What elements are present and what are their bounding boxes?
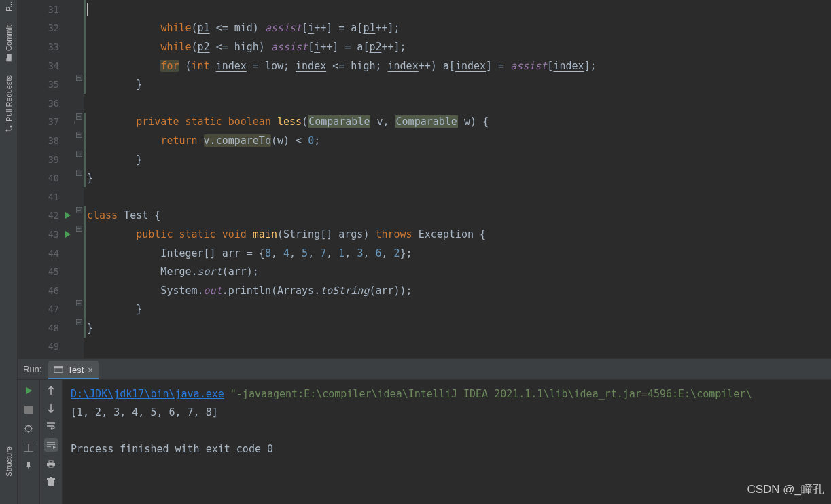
line-number[interactable]: 38 [18, 131, 74, 150]
line-number[interactable]: 33 [18, 37, 74, 56]
java-path-link[interactable]: D:\JDK\jdk17\bin\java.exe [71, 388, 224, 400]
scroll-to-end-button[interactable] [44, 438, 58, 452]
run-toolbar-left [18, 380, 40, 504]
line-number[interactable]: 34 [18, 56, 74, 75]
close-icon[interactable]: × [88, 365, 93, 375]
tool-window-rail: P... Commit Pull Requests Structure [0, 0, 18, 504]
code-line: } [84, 168, 831, 187]
fold-marker-icon[interactable] [76, 319, 82, 325]
code-line: public static void main(String[] args) t… [84, 225, 831, 244]
fold-marker-icon[interactable] [76, 75, 82, 81]
svg-rect-10 [49, 465, 53, 467]
code-line: } [84, 300, 831, 319]
code-line: while(p1 <= mid) assist[i++] = a[p1++]; [84, 19, 831, 38]
code-line: return v.compareTo(w) < 0; [84, 131, 831, 150]
code-line: } [84, 150, 831, 169]
code-line: Integer[] arr = {8, 4, 5, 7, 1, 3, 6, 2}… [84, 244, 831, 263]
project-tool[interactable]: P... [5, 1, 13, 12]
line-number[interactable]: 46 [18, 281, 74, 300]
layout-button[interactable] [23, 442, 34, 453]
run-gutter-icon[interactable] [65, 210, 71, 221]
debug-button[interactable] [23, 423, 34, 434]
line-number[interactable]: 36 [18, 94, 74, 113]
line-number[interactable]: 44 [18, 244, 74, 263]
code-area[interactable]: while(p1 <= mid) assist[i++] = a[p1++]; … [75, 0, 831, 358]
line-number[interactable]: 31 [18, 0, 74, 19]
run-gutter-icon[interactable] [65, 229, 71, 240]
pull-requests-tool[interactable]: Pull Requests [5, 75, 13, 132]
rerun-button[interactable] [23, 385, 34, 396]
line-number[interactable]: 40 [18, 168, 74, 187]
window-icon [54, 365, 63, 374]
up-button[interactable] [46, 385, 56, 396]
print-button[interactable] [46, 458, 56, 469]
fold-marker-icon[interactable] [76, 300, 82, 306]
gutter: 31323334353637@383940414243444546474849 [18, 0, 75, 358]
git-icon [5, 124, 13, 132]
fold-marker-icon[interactable] [76, 151, 82, 157]
svg-rect-4 [24, 406, 33, 414]
code-line: private static boolean less(Comparable v… [84, 113, 831, 132]
run-tool-window: Run: Test × D:\JDK\jdk17\bin\java.exe "-… [18, 358, 831, 504]
svg-rect-9 [49, 461, 53, 463]
code-line: } [84, 319, 831, 338]
line-number[interactable]: 39 [18, 150, 74, 169]
clear-button[interactable] [46, 476, 56, 487]
run-toolbar-right [40, 380, 63, 504]
line-number[interactable]: 42 [18, 206, 74, 226]
line-number[interactable]: 43 [18, 225, 74, 244]
code-line [84, 0, 831, 19]
line-number[interactable]: 41 [18, 187, 74, 206]
code-line: while(p2 <= high) assist[i++] = a[p2++]; [84, 37, 831, 56]
line-number[interactable]: 49 [18, 338, 74, 357]
console-output[interactable]: D:\JDK\jdk17\bin\java.exe "-javaagent:E:… [63, 380, 831, 504]
run-label: Run: [23, 364, 41, 374]
fold-strip [75, 0, 84, 358]
fold-marker-icon[interactable] [76, 207, 82, 213]
code-line [84, 94, 831, 113]
pin-button[interactable] [23, 461, 34, 472]
fold-marker-icon[interactable] [76, 226, 82, 232]
code-line: Merge.sort(arr); [84, 262, 831, 281]
code-lines[interactable]: while(p1 <= mid) assist[i++] = a[p1++]; … [84, 0, 831, 356]
run-tab[interactable]: Test × [48, 361, 98, 379]
fold-marker-icon[interactable] [76, 113, 82, 120]
run-header: Run: Test × [18, 359, 831, 380]
fold-marker-icon[interactable] [76, 170, 82, 176]
folder-icon [5, 54, 13, 62]
line-number[interactable]: 47 [18, 300, 74, 319]
code-line [84, 338, 831, 357]
code-line: System.out.println(Arrays.toString(arr))… [84, 281, 831, 300]
line-number[interactable]: 37@ [18, 113, 74, 132]
code-line [84, 187, 831, 206]
line-number[interactable]: 48 [18, 319, 74, 338]
svg-point-0 [5, 129, 7, 131]
code-line: } [84, 75, 831, 94]
watermark: CSDN @_瞳孔 [747, 482, 824, 497]
code-line: class Test { [84, 206, 831, 226]
code-editor[interactable]: 31323334353637@383940414243444546474849 … [18, 0, 831, 358]
down-button[interactable] [46, 403, 56, 414]
line-number[interactable]: 35 [18, 75, 74, 94]
structure-tool[interactable]: Structure [5, 446, 13, 477]
line-number[interactable]: 32 [18, 19, 74, 38]
svg-rect-3 [54, 367, 63, 369]
svg-point-1 [10, 125, 12, 127]
code-line: for (int index = low; index <= high; ind… [84, 56, 831, 75]
wrap-button[interactable] [46, 420, 56, 431]
commit-tool[interactable]: Commit [5, 25, 13, 62]
stop-button[interactable] [23, 404, 34, 415]
line-number[interactable]: 45 [18, 262, 74, 281]
fold-marker-icon[interactable] [76, 132, 82, 138]
